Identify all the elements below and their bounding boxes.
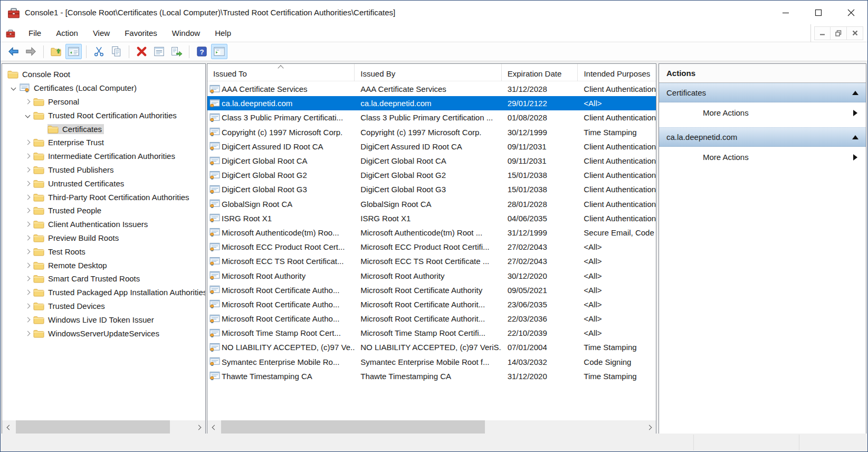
chevron-right-icon[interactable] (22, 195, 33, 199)
tree-item-untrusted-certificates[interactable]: Untrusted Certificates (2, 176, 205, 190)
chevron-right-icon[interactable] (22, 290, 33, 294)
certificate-row[interactable]: Microsoft Authenticode(tm) Roo...Microso… (207, 225, 656, 240)
chevron-right-icon[interactable] (22, 168, 33, 172)
tree-item-intermediate-certification-authorities[interactable]: Intermediate Certification Authorities (2, 149, 205, 163)
certificate-row[interactable]: Microsoft Time Stamp Root Cert...Microso… (207, 326, 656, 340)
chevron-right-icon[interactable] (22, 222, 33, 226)
column-header-issued-to[interactable]: Issued To (207, 64, 355, 81)
forward-button[interactable] (23, 44, 39, 59)
chevron-right-icon[interactable] (22, 318, 33, 322)
tree-item-console-root[interactable]: Console Root (2, 68, 205, 81)
more-actions-item[interactable]: More Actions (659, 102, 866, 123)
list-horizontal-scrollbar[interactable] (207, 420, 656, 434)
menu-action[interactable]: Action (49, 25, 85, 41)
chevron-right-icon[interactable] (22, 154, 33, 158)
tree-item-windows-live-id-token-issuer[interactable]: Windows Live ID Token Issuer (2, 313, 205, 326)
tree-item-windowsserverupdateservices[interactable]: WindowsServerUpdateServices (2, 326, 205, 340)
column-header-intended-purposes[interactable]: Intended Purposes (578, 64, 656, 81)
tree-item-certificates[interactable]: Certificates (2, 122, 205, 136)
tree-scroll-thumb[interactable] (16, 420, 170, 434)
tree-item-enterprise-trust[interactable]: Enterprise Trust (2, 136, 205, 149)
certificate-row[interactable]: Microsoft ECC TS Root Certificat...Micro… (207, 254, 656, 268)
tree-item-trusted-people[interactable]: Trusted People (2, 204, 205, 218)
menu-window[interactable]: Window (165, 25, 207, 41)
certificate-row[interactable]: NO LIABILITY ACCEPTED, (c)97 Ve...NO LIA… (207, 340, 656, 354)
chevron-right-icon[interactable] (22, 100, 33, 103)
menu-file[interactable]: File (21, 25, 49, 41)
chevron-right-icon[interactable] (22, 263, 33, 267)
minimize-button[interactable] (769, 1, 802, 24)
chevron-right-icon[interactable] (22, 250, 33, 253)
help-button[interactable]: ? (194, 44, 210, 59)
certificate-row[interactable]: DigiCert Assured ID Root CADigiCert Assu… (207, 139, 656, 154)
mdi-close-button[interactable] (847, 26, 863, 40)
tree-item-trusted-root-certification-authorities[interactable]: Trusted Root Certification Authorities (2, 108, 205, 122)
tree-item-test-roots[interactable]: Test Roots (2, 244, 205, 258)
scroll-right-arrow[interactable] (642, 420, 656, 434)
more-actions-item[interactable]: More Actions (659, 147, 866, 167)
scroll-left-arrow[interactable] (2, 420, 16, 434)
certificate-row[interactable]: Microsoft Root Certificate Autho...Micro… (207, 312, 656, 326)
up-one-level-button[interactable] (48, 44, 64, 59)
back-button[interactable] (5, 44, 22, 59)
cut-button[interactable] (91, 44, 107, 59)
tree-item-personal[interactable]: Personal (2, 95, 205, 109)
chevron-right-icon[interactable] (22, 182, 33, 185)
properties-button[interactable] (151, 44, 167, 59)
menu-help[interactable]: Help (207, 25, 239, 41)
certificate-row[interactable]: Microsoft Root Certificate Autho...Micro… (207, 283, 656, 297)
mdi-restore-button[interactable] (831, 26, 847, 40)
certificate-row[interactable]: Microsoft Root Certificate Autho...Micro… (207, 297, 656, 312)
maximize-button[interactable] (802, 1, 835, 24)
tree-item-smart-card-trusted-roots[interactable]: Smart Card Trusted Roots (2, 272, 205, 286)
certificate-row[interactable]: DigiCert Global Root G2DigiCert Global R… (207, 168, 656, 182)
chevron-right-icon[interactable] (22, 140, 33, 144)
show-console-tree-button[interactable] (65, 44, 82, 59)
certificate-row[interactable]: ca.la.deepnetid.comca.la.deepnetid.com29… (207, 96, 656, 110)
actions-section-ca-la-deepnetid-com[interactable]: ca.la.deepnetid.com (659, 127, 866, 147)
menu-view[interactable]: View (85, 25, 117, 41)
menu-favorites[interactable]: Favorites (117, 25, 165, 41)
delete-button[interactable] (133, 44, 150, 59)
chevron-right-icon[interactable] (22, 304, 33, 308)
export-list-button[interactable] (168, 44, 185, 59)
tree-item-remote-desktop[interactable]: Remote Desktop (2, 258, 205, 272)
certificate-row[interactable]: ISRG Root X1ISRG Root X104/06/2035Client… (207, 211, 656, 225)
certificate-row[interactable]: AAA Certificate ServicesAAA Certificate … (207, 82, 656, 96)
list-scroll-thumb[interactable] (221, 420, 485, 434)
tree-item-certificates-local-computer[interactable]: Certificates (Local Computer) (2, 81, 205, 95)
column-header-expiration-date[interactable]: Expiration Date (502, 64, 578, 81)
collapse-section-icon[interactable] (852, 91, 859, 95)
certificate-row[interactable]: Microsoft Root AuthorityMicrosoft Root A… (207, 268, 656, 282)
copy-button[interactable] (108, 44, 125, 59)
scroll-left-arrow[interactable] (207, 420, 221, 434)
chevron-right-icon[interactable] (22, 332, 33, 335)
certificate-row[interactable]: GlobalSign Root CAGlobalSign Root CA28/0… (207, 197, 656, 211)
show-action-pane-button[interactable] (211, 44, 227, 59)
certificate-row[interactable]: DigiCert Global Root CADigiCert Global R… (207, 154, 656, 168)
tree-item-trusted-packaged-app-installation-authorities[interactable]: Trusted Packaged App Installation Author… (2, 286, 205, 299)
certificate-row[interactable]: Microsoft ECC Product Root Cert...Micros… (207, 240, 656, 254)
chevron-down-icon[interactable] (7, 86, 19, 90)
column-header-issued-by[interactable]: Issued By (355, 64, 501, 81)
actions-section-certificates[interactable]: Certificates (659, 83, 866, 102)
scroll-right-arrow[interactable] (192, 420, 205, 434)
tree-item-third-party-root-certification-authorities[interactable]: Third-Party Root Certification Authoriti… (2, 190, 205, 204)
certificate-row[interactable]: DigiCert Global Root G3DigiCert Global R… (207, 182, 656, 196)
chevron-down-icon[interactable] (22, 114, 33, 117)
chevron-right-icon[interactable] (22, 209, 33, 212)
certificate-row[interactable]: Thawte Timestamping CAThawte Timestampin… (207, 369, 656, 383)
certificate-row[interactable]: Symantec Enterprise Mobile Ro...Symantec… (207, 355, 656, 369)
close-button[interactable] (835, 1, 867, 24)
tree-horizontal-scrollbar[interactable] (2, 420, 205, 434)
tree-item-trusted-devices[interactable]: Trusted Devices (2, 299, 205, 313)
tree-item-trusted-publishers[interactable]: Trusted Publishers (2, 163, 205, 177)
mdi-minimize-button[interactable] (814, 26, 831, 40)
certificate-row[interactable]: Class 3 Public Primary Certificati...Cla… (207, 110, 656, 125)
collapse-section-icon[interactable] (852, 135, 859, 139)
certificate-row[interactable]: Copyright (c) 1997 Microsoft Corp.Copyri… (207, 125, 656, 139)
chevron-right-icon[interactable] (22, 236, 33, 240)
chevron-right-icon[interactable] (22, 277, 33, 280)
tree-item-client-authentication-issuers[interactable]: Client Authentication Issuers (2, 218, 205, 231)
tree-item-preview-build-roots[interactable]: Preview Build Roots (2, 231, 205, 245)
